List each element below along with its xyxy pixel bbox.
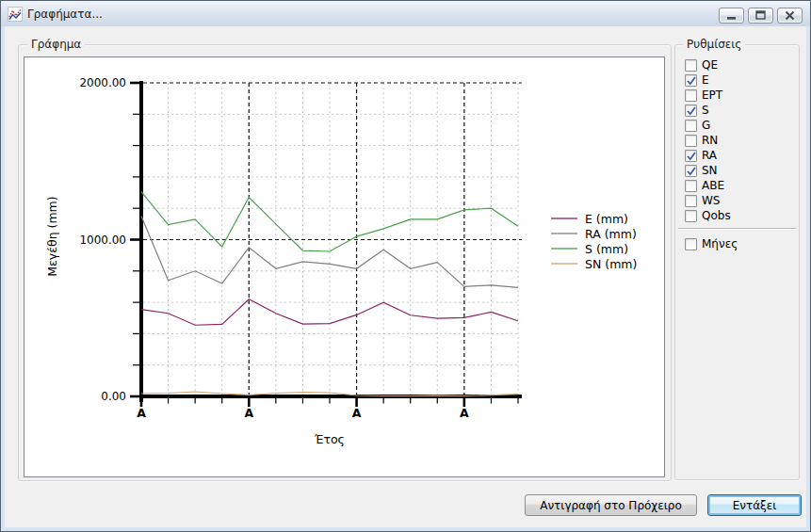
- RA-checkbox-label: RA: [702, 149, 717, 162]
- checkbox-S[interactable]: S: [685, 103, 709, 118]
- E-checkbox-box[interactable]: [685, 74, 697, 87]
- E-checkbox-label: E: [702, 73, 709, 87]
- chart-group-label: Γράφημα: [27, 38, 85, 52]
- Qobs-checkbox-label: Qobs: [702, 209, 731, 222]
- x-tick-label: A: [244, 406, 253, 420]
- minimize-button[interactable]: [719, 8, 744, 24]
- checkbox-WS[interactable]: WS: [685, 193, 720, 208]
- x-axis-title: Έτος: [314, 432, 345, 446]
- checkbox-QE[interactable]: QE: [685, 57, 718, 73]
- maximize-icon: [754, 10, 768, 21]
- y-tick-label: 0.00: [101, 390, 126, 403]
- months-checkbox-box[interactable]: [685, 238, 697, 250]
- window-title: Γραφήματα...: [27, 8, 103, 21]
- check-icon: [685, 149, 698, 162]
- minimize-icon: [724, 10, 738, 21]
- check-icon: [685, 164, 698, 177]
- checkbox-E[interactable]: E: [685, 73, 709, 88]
- WS-checkbox-box[interactable]: [685, 195, 697, 207]
- dialog-window: Γραφήματα... Γράφημα 0.001000.002000.00A…: [0, 0, 811, 532]
- RN-checkbox-box[interactable]: [685, 135, 697, 147]
- dialog-client-area: Γράφημα 0.001000.002000.00AAAAΈτοςΜεγέθη…: [5, 26, 806, 527]
- legend-label-RA: RA (mm): [585, 227, 637, 241]
- y-tick-label: 1000.00: [79, 234, 126, 247]
- checkbox-RA[interactable]: RA: [685, 148, 717, 163]
- chart: 0.001000.002000.00AAAAΈτοςΜεγέθη (mm)E (…: [24, 57, 662, 475]
- y-axis-title: Μεγέθη (mm): [45, 196, 59, 276]
- RN-checkbox-label: RN: [702, 134, 718, 147]
- S-checkbox-box[interactable]: [685, 105, 697, 117]
- checkbox-ABE[interactable]: ABE: [685, 178, 724, 193]
- G-checkbox-box[interactable]: [685, 120, 697, 132]
- y-tick-label: 2000.00: [79, 76, 126, 89]
- checkbox-G[interactable]: G: [685, 118, 710, 133]
- close-button[interactable]: [777, 8, 803, 24]
- x-tick-label: A: [352, 406, 362, 420]
- checkbox-months[interactable]: Μήνες: [685, 236, 738, 251]
- RA-checkbox-box[interactable]: [685, 150, 697, 162]
- checkbox-Qobs[interactable]: Qobs: [685, 208, 731, 223]
- S-checkbox-label: S: [702, 104, 709, 117]
- window-controls: [719, 8, 803, 24]
- checkbox-RN[interactable]: RN: [685, 133, 718, 148]
- checkbox-EPT[interactable]: EPT: [685, 88, 722, 103]
- SN-checkbox-label: SN: [702, 164, 718, 177]
- check-icon: [685, 104, 698, 117]
- x-tick-label: A: [137, 406, 146, 420]
- Qobs-checkbox-box[interactable]: [685, 210, 697, 222]
- x-tick-label: A: [460, 406, 469, 420]
- settings-group-label: Ρυθμίσεις: [683, 38, 745, 52]
- legend-label-E: E (mm): [585, 212, 628, 226]
- close-icon: [783, 10, 797, 21]
- copy-to-clipboard-button[interactable]: Αντιγραφή στο Πρόχειρο: [525, 494, 697, 516]
- title-bar[interactable]: Γραφήματα...: [1, 1, 810, 26]
- G-checkbox-label: G: [702, 119, 710, 132]
- legend-label-S: S (mm): [585, 242, 628, 256]
- series-line-E: [141, 299, 518, 325]
- WS-checkbox-label: WS: [702, 194, 720, 207]
- maximize-button[interactable]: [748, 8, 773, 24]
- SN-checkbox-box[interactable]: [685, 165, 697, 177]
- QE-checkbox-box[interactable]: [685, 59, 697, 72]
- checkbox-SN[interactable]: SN: [685, 163, 718, 178]
- ABE-checkbox-box[interactable]: [685, 180, 697, 192]
- chart-panel: 0.001000.002000.00AAAAΈτοςΜεγέθη (mm)E (…: [24, 56, 665, 477]
- QE-checkbox-label: QE: [702, 58, 718, 72]
- ok-button[interactable]: Εντάξει: [707, 494, 802, 516]
- app-icon: [8, 7, 23, 22]
- check-icon: [685, 73, 698, 87]
- EPT-checkbox-label: EPT: [702, 89, 722, 102]
- EPT-checkbox-box[interactable]: [685, 89, 697, 102]
- settings-separator: [678, 228, 796, 229]
- ABE-checkbox-label: ABE: [702, 179, 724, 192]
- legend-label-SN: SN (mm): [585, 257, 637, 271]
- months-checkbox-label: Μήνες: [702, 237, 738, 250]
